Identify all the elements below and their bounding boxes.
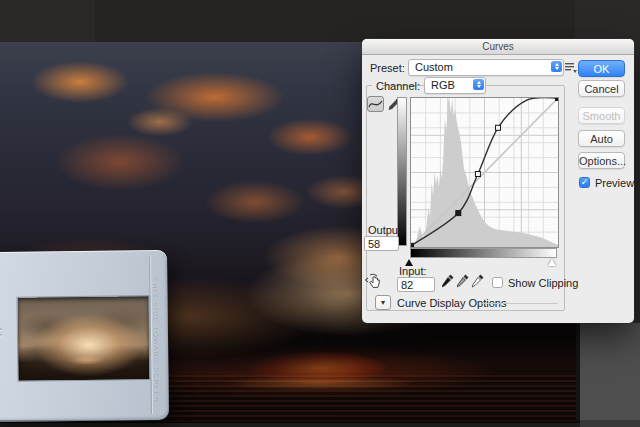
auto-button[interactable]: Auto <box>578 130 625 147</box>
film-slide-mount: THIS SIDE TOWARD SCREEN ≪ <box>0 250 169 422</box>
slide-photo <box>17 295 151 382</box>
curves-dialog: Curves Preset: Custom OK Cancel Smooth A… <box>362 39 634 323</box>
smooth-button: Smooth <box>578 107 625 124</box>
targeted-adjustment-tool-icon[interactable] <box>365 272 384 290</box>
cancel-button[interactable]: Cancel <box>578 80 625 97</box>
stepper-icon <box>551 61 562 72</box>
preset-dropdown[interactable]: Custom <box>408 59 564 76</box>
curve-grid[interactable] <box>410 97 559 248</box>
preset-menu-icon[interactable] <box>564 62 577 73</box>
curve-icon <box>368 97 383 111</box>
workspace-background <box>580 323 640 427</box>
show-clipping-checkbox[interactable] <box>492 277 503 288</box>
gray-point-eyedropper-icon[interactable] <box>456 273 470 289</box>
white-point-slider[interactable] <box>548 259 556 266</box>
preview-label: Preview <box>595 177 634 189</box>
black-point-eyedropper-icon[interactable] <box>441 273 455 289</box>
canvas-top-shadow <box>95 0 575 42</box>
input-gradient-bar <box>410 248 557 258</box>
input-label: Input: <box>399 265 427 277</box>
photoshop-screenshot: { "window": { "title": "Curves" }, "dial… <box>0 0 640 427</box>
curve-plot <box>411 98 558 247</box>
dialog-title: Curves <box>482 41 514 52</box>
preview-checkbox[interactable]: ✓ <box>579 177 590 188</box>
show-clipping-label: Show Clipping <box>508 277 578 289</box>
preset-value: Custom <box>415 61 453 73</box>
curve-point-tool-button[interactable] <box>367 96 384 112</box>
dialog-titlebar[interactable]: Curves <box>362 39 634 55</box>
workspace-bottom-strip <box>0 420 640 427</box>
output-field[interactable] <box>364 236 399 251</box>
slide-embossed-mark: ≪ <box>0 324 3 340</box>
channel-dropdown[interactable]: RGB <box>424 77 486 94</box>
channel-label: Channel: <box>376 80 420 92</box>
curve-display-options-disclosure[interactable]: ▼ <box>375 295 391 310</box>
channel-row: Channel: RGB <box>372 77 382 95</box>
channel-value: RGB <box>431 79 455 91</box>
white-point-eyedropper-icon[interactable] <box>471 273 485 289</box>
stepper-icon <box>473 79 484 90</box>
ok-button[interactable]: OK <box>578 60 625 77</box>
preset-label: Preset: <box>370 62 405 74</box>
slide-embossed-text: THIS SIDE TOWARD SCREEN <box>151 278 160 410</box>
options-button[interactable]: Options... <box>578 152 625 169</box>
output-label: Output: <box>368 224 404 236</box>
divider <box>482 303 558 304</box>
input-field[interactable] <box>397 277 435 292</box>
disclosure-triangle-icon: ▼ <box>380 299 387 306</box>
check-icon: ✓ <box>581 177 589 187</box>
